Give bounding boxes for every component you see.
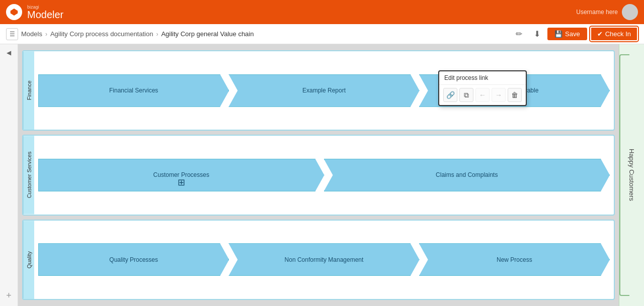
lane-body-finance: Financial Services Example Report Accoun… [34, 51, 614, 130]
expand-icon[interactable]: ⊞ [178, 177, 185, 188]
ctx-link-button[interactable]: 🔗 [443, 88, 457, 102]
customer-chevron-2[interactable]: Claims and Complaints [324, 159, 610, 191]
sidebar-toggle-button[interactable]: ☰ [6, 28, 18, 40]
edit-button[interactable]: ✏ [511, 27, 526, 42]
lane-body-customer-services: Customer Processes ⊞ Claims and Complain… [34, 136, 614, 214]
breadcrumb-current: Agility Corp general Value chain [161, 30, 254, 38]
breadcrumb-sep-1: › [45, 31, 47, 38]
breadcrumb-models[interactable]: Models [21, 30, 42, 38]
right-panel: Happy Customers [619, 44, 644, 306]
brand-label: bizagi Modeler [27, 5, 63, 20]
breadcrumb-bar: ☰ Models › Agility Corp process document… [0, 24, 644, 44]
breadcrumb-sep-2: › [156, 31, 158, 38]
bracket-decoration [619, 54, 629, 296]
avatar[interactable] [622, 4, 638, 20]
quality-chevron-2[interactable]: Non Conformity Management [228, 243, 419, 276]
user-area: Username here [576, 4, 638, 20]
lane-label-quality: Quality [23, 221, 34, 299]
ctx-forward-button[interactable]: → [492, 88, 506, 102]
quality-chevron-1[interactable]: Quality Processes [38, 243, 229, 276]
context-menu: Edit process link 🔗 ⧉ ← → 🗑 [438, 70, 527, 106]
context-menu-title: Edit process link [439, 71, 526, 85]
save-icon: 💾 [554, 30, 562, 38]
lane-label-customer-services: Customer Services [23, 136, 34, 214]
swim-lane-quality: Quality Quality Processes Non Conformity… [22, 220, 615, 300]
finance-chevron-1[interactable]: Financial Services [38, 74, 229, 107]
canvas[interactable]: Edit process link 🔗 ⧉ ← → 🗑 Finance Fina… [18, 44, 619, 306]
save-button[interactable]: 💾 Save [547, 28, 587, 40]
left-sidebar: ◀ + [0, 44, 18, 306]
download-button[interactable]: ⬇ [529, 27, 544, 42]
ctx-copy-button[interactable]: ⧉ [459, 88, 473, 102]
checkin-icon: ✔ [597, 30, 603, 38]
bizagi-logo[interactable] [6, 4, 22, 20]
lane-body-quality: Quality Processes Non Conformity Managem… [34, 221, 614, 299]
context-menu-actions: 🔗 ⧉ ← → 🗑 [439, 85, 526, 105]
breadcrumb-actions: ✏ ⬇ 💾 Save ✔ Check In [511, 27, 638, 42]
canvas-area: ◀ + Edit process link 🔗 ⧉ ← → 🗑 Finance [0, 44, 644, 306]
finance-chevron-2[interactable]: Example Report [228, 74, 419, 107]
customer-chevron-1[interactable]: Customer Processes ⊞ [38, 159, 325, 191]
breadcrumb-agility-corp[interactable]: Agility Corp process documentation [50, 30, 153, 38]
topbar: bizagi Modeler Username here [0, 0, 644, 24]
quality-chevron-3[interactable]: New Process [419, 243, 610, 276]
toggle-icon: ☰ [10, 31, 15, 38]
checkin-button[interactable]: ✔ Check In [590, 27, 638, 41]
panel-collapse-button[interactable]: ◀ [7, 49, 11, 56]
add-item-button[interactable]: + [6, 290, 12, 301]
ctx-delete-button[interactable]: 🗑 [508, 88, 522, 102]
swim-lane-customer-services: Customer Services Customer Processes ⊞ C… [22, 135, 615, 215]
ctx-back-button[interactable]: ← [475, 88, 490, 102]
svg-marker-0 [10, 8, 18, 16]
lane-label-finance: Finance [23, 51, 34, 130]
